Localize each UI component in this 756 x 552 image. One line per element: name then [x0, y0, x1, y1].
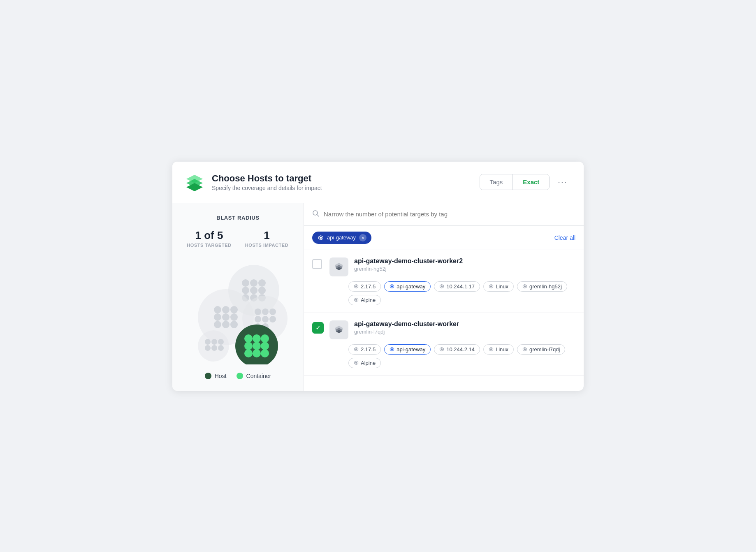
host-list: api-gateway-demo-cluster-worker2 gremlin… — [304, 250, 584, 376]
svg-point-22 — [222, 321, 230, 328]
svg-marker-60 — [391, 285, 393, 288]
svg-point-30 — [269, 316, 276, 322]
page-subtitle: Specify the coverage and details for imp… — [212, 185, 480, 191]
tab-exact[interactable]: Exact — [513, 174, 549, 190]
svg-marker-83 — [355, 362, 357, 364]
svg-point-29 — [262, 316, 269, 322]
checkbox-1[interactable]: ✓ — [312, 322, 324, 334]
svg-point-35 — [211, 339, 217, 345]
svg-point-47 — [244, 349, 253, 357]
main-card: Choose Hosts to target Specify the cover… — [172, 162, 584, 391]
host-tags: 2.17.5 api-gateway 10.244.2.14 Linux gre… — [348, 344, 575, 368]
hosts-targeted-label: HOSTS TARGETED — [181, 243, 238, 248]
host-legend-dot — [205, 373, 211, 379]
tag-label: Alpine — [361, 297, 376, 303]
svg-point-6 — [250, 279, 257, 287]
header-text: Choose Hosts to target Specify the cover… — [212, 173, 480, 191]
svg-point-20 — [230, 313, 238, 321]
container-legend-dot — [237, 373, 243, 379]
tag-label: Linux — [496, 346, 508, 353]
tag-pill[interactable]: gremlin-hg52j — [517, 281, 567, 292]
svg-point-48 — [253, 349, 261, 357]
stats-row: 1 of 5 HOSTS TARGETED 1 HOSTS IMPACTED — [181, 229, 295, 248]
svg-marker-58 — [355, 285, 357, 288]
blast-radius-title: BLAST RADIUS — [181, 215, 295, 221]
hosts-targeted-value: 1 of 5 — [181, 229, 238, 242]
tab-group: Tags Exact — [480, 174, 550, 190]
active-filter-chip[interactable]: api-gateway × — [312, 232, 371, 244]
tag-label: gremlin-l7qdj — [529, 346, 560, 353]
svg-line-51 — [317, 214, 319, 216]
hosts-impacted-label: HOSTS IMPACTED — [238, 243, 295, 248]
svg-point-41 — [244, 334, 253, 343]
tag-pill[interactable]: Alpine — [348, 358, 381, 368]
host-legend-label: Host — [215, 373, 227, 379]
tag-pill[interactable]: 10.244.2.14 — [434, 344, 480, 355]
svg-point-21 — [214, 321, 221, 328]
svg-point-19 — [222, 313, 230, 321]
svg-point-43 — [261, 334, 269, 343]
checkbox-0[interactable] — [312, 259, 324, 271]
host-icon — [329, 320, 348, 339]
tag-pill[interactable]: api-gateway — [384, 344, 431, 355]
tag-pill[interactable]: Alpine — [348, 295, 381, 305]
tag-pill[interactable]: api-gateway — [384, 281, 431, 292]
search-input[interactable] — [324, 211, 575, 218]
svg-point-28 — [255, 316, 261, 322]
hosts-impacted-value: 1 — [238, 229, 295, 242]
hosts-impacted-stat: 1 HOSTS IMPACTED — [238, 229, 295, 248]
header: Choose Hosts to target Specify the cover… — [172, 162, 584, 203]
svg-point-42 — [253, 334, 261, 343]
svg-marker-73 — [355, 348, 357, 350]
tag-label: 10.244.1.17 — [446, 283, 475, 290]
active-filter-chip-label: api-gateway — [327, 234, 356, 241]
tag-pill[interactable]: 2.17.5 — [348, 344, 381, 355]
tag-label: gremlin-hg52j — [529, 283, 562, 290]
svg-point-44 — [244, 342, 253, 350]
container-legend-label: Container — [246, 373, 271, 379]
search-bar — [304, 203, 584, 226]
filter-row: api-gateway × Clear all — [304, 226, 584, 250]
header-actions: Tags Exact ··· — [480, 174, 572, 190]
host-row: api-gateway-demo-cluster-worker2 gremlin… — [304, 250, 584, 313]
svg-point-16 — [222, 306, 230, 313]
host-agent: gremlin-l7qdj — [354, 329, 575, 335]
page-title: Choose Hosts to target — [212, 173, 480, 184]
tag-pill[interactable]: 2.17.5 — [348, 281, 381, 292]
tag-pill[interactable]: gremlin-l7qdj — [517, 344, 565, 355]
tag-label: Linux — [496, 283, 508, 290]
left-panel: BLAST RADIUS 1 of 5 HOSTS TARGETED 1 HOS… — [172, 203, 304, 391]
body: BLAST RADIUS 1 of 5 HOSTS TARGETED 1 HOS… — [172, 203, 584, 391]
svg-marker-75 — [391, 348, 393, 350]
svg-point-7 — [258, 279, 266, 287]
legend-host: Host — [205, 373, 227, 379]
svg-point-37 — [205, 345, 211, 351]
svg-point-36 — [218, 339, 224, 345]
filter-chip-close[interactable]: × — [359, 234, 366, 241]
svg-point-49 — [261, 349, 269, 357]
svg-point-26 — [262, 308, 269, 315]
clear-all-button[interactable]: Clear all — [554, 234, 575, 241]
more-button[interactable]: ··· — [553, 174, 572, 190]
svg-point-17 — [230, 306, 238, 313]
hosts-targeted-stat: 1 of 5 HOSTS TARGETED — [181, 229, 238, 248]
tag-pill[interactable]: Linux — [483, 344, 514, 355]
tag-pill[interactable]: Linux — [483, 281, 514, 292]
tab-tags[interactable]: Tags — [480, 174, 513, 190]
svg-point-9 — [250, 287, 257, 294]
svg-marker-68 — [355, 299, 357, 301]
legend-container: Container — [237, 373, 271, 379]
svg-point-25 — [255, 308, 261, 315]
tag-pill[interactable]: 10.244.1.17 — [434, 281, 480, 292]
host-agent: gremlin-hg52j — [354, 266, 575, 272]
svg-point-23 — [230, 321, 238, 328]
svg-marker-66 — [524, 285, 526, 288]
svg-marker-53 — [320, 237, 322, 239]
svg-marker-79 — [490, 348, 492, 350]
host-tags: 2.17.5 api-gateway 10.244.1.17 Linux gre… — [348, 281, 575, 305]
svg-point-27 — [269, 308, 276, 315]
bubble-visualization — [185, 257, 292, 364]
tag-label: api-gateway — [397, 346, 425, 353]
svg-point-10 — [258, 287, 266, 294]
right-panel: api-gateway × Clear all api-gateway-demo… — [304, 203, 584, 391]
